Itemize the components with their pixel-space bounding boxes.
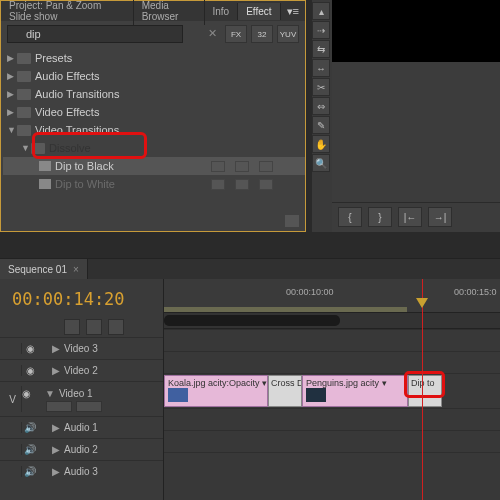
monitor-controls: { } |← →| (332, 62, 500, 232)
sequence-tabs: Sequence 01× (0, 259, 500, 279)
ruler-tick: 00:00:10:00 (286, 287, 334, 297)
program-monitor (318, 0, 500, 62)
eye-icon[interactable]: ◉ (22, 365, 38, 376)
tree-audio-effects[interactable]: ▶Audio Effects (3, 67, 305, 85)
sequence-tab[interactable]: Sequence 01× (0, 259, 88, 279)
hand-tool-icon[interactable]: ✋ (312, 135, 330, 153)
timeline-area[interactable]: 00:00:10:00 00:00:15:0 Koala.jpg acity:O… (164, 279, 500, 500)
track-opt-icon[interactable] (46, 401, 72, 412)
search-row: 🔍 ✕ FX 32 YUV (1, 21, 305, 47)
mark-out-button[interactable]: } (368, 207, 392, 227)
speaker-icon[interactable]: 🔊 (22, 466, 38, 477)
tool-palette: ▴ ⇢ ⇆ ↔ ✂ ⇔ ✎ ✋ 🔍 (312, 0, 332, 232)
track-select-tool-icon[interactable]: ⇢ (312, 21, 330, 39)
slip-tool-icon[interactable]: ⇔ (312, 97, 330, 115)
selection-tool-icon[interactable]: ▴ (312, 2, 330, 20)
clip-penguins[interactable]: Penguins.jpg acity ▾ (302, 375, 408, 407)
settings-icon[interactable] (108, 319, 124, 335)
sequence-tab-label: Sequence 01 (8, 264, 67, 275)
current-timecode[interactable]: 00:00:14:20 (0, 279, 163, 313)
track-label: Video 2 (64, 365, 98, 376)
speaker-icon[interactable]: 🔊 (22, 444, 38, 455)
tab-effects[interactable]: Effect (238, 3, 280, 20)
tab-info[interactable]: Info (205, 3, 239, 20)
effect-dip-to-white[interactable]: Dip to White (3, 175, 305, 193)
track-header-area: 00:00:14:20 ◉▶Video 3 ◉▶Video 2 V◉▼Video… (0, 279, 164, 500)
track-a2[interactable] (164, 430, 500, 452)
eye-icon[interactable]: ◉ (22, 343, 38, 354)
transition-cross-dissolve[interactable]: Cross D (268, 375, 302, 407)
clip-koala[interactable]: Koala.jpg acity:Opacity ▾ (164, 375, 268, 407)
transition-icon (39, 161, 51, 171)
clip-thumbnail (306, 388, 326, 402)
track-label: Audio 1 (64, 422, 98, 433)
bit-badge-icon (235, 179, 249, 190)
mark-in-button[interactable]: { (338, 207, 362, 227)
clip-label: Koala.jpg acity:Opacity ▾ (168, 378, 267, 388)
marker-icon[interactable] (86, 319, 102, 335)
tree-label: Video Effects (35, 106, 99, 118)
tree-video-effects[interactable]: ▶Video Effects (3, 103, 305, 121)
track-header-a3[interactable]: 🔊▶Audio 3 (0, 460, 163, 482)
rate-tool-icon[interactable]: ↔ (312, 59, 330, 77)
pen-tool-icon[interactable]: ✎ (312, 116, 330, 134)
yuv-badge-icon (259, 179, 273, 190)
transition-icon (39, 179, 51, 189)
clip-thumbnail (168, 388, 188, 402)
source-patch-v[interactable]: V (4, 386, 22, 412)
go-prev-button[interactable]: |← (398, 207, 422, 227)
razor-tool-icon[interactable]: ✂ (312, 78, 330, 96)
32bit-button[interactable]: 32 (251, 25, 273, 43)
zoom-scroll-bar[interactable] (164, 313, 500, 329)
panel-menu-icon[interactable]: ▾≡ (281, 5, 305, 18)
tree-label: Presets (35, 52, 72, 64)
effects-panel: Project: Pan & Zoom Slide show Media Bro… (0, 0, 306, 232)
track-v1[interactable]: Koala.jpg acity:Opacity ▾ Cross D Pengui… (164, 373, 500, 408)
track-header-v2[interactable]: ◉▶Video 2 (0, 359, 163, 381)
tree-label: Audio Effects (35, 70, 100, 82)
tree-label: Audio Transitions (35, 88, 119, 100)
ripple-tool-icon[interactable]: ⇆ (312, 40, 330, 58)
accel-fx-button[interactable]: FX (225, 25, 247, 43)
tree-audio-transitions[interactable]: ▶Audio Transitions (3, 85, 305, 103)
track-header-v3[interactable]: ◉▶Video 3 (0, 337, 163, 359)
track-header-a2[interactable]: 🔊▶Audio 2 (0, 438, 163, 460)
zoom-tool-icon[interactable]: 🔍 (312, 154, 330, 172)
work-area-bar[interactable] (164, 307, 407, 312)
new-bin-icon[interactable] (285, 215, 299, 227)
track-v3[interactable] (164, 329, 500, 351)
accel-badge-icon (211, 179, 225, 190)
timeline-panel: Sequence 01× 00:00:14:20 ◉▶Video 3 ◉▶Vid… (0, 258, 500, 500)
yuv-button[interactable]: YUV (277, 25, 299, 43)
track-v2[interactable] (164, 351, 500, 373)
go-next-button[interactable]: →| (428, 207, 452, 227)
track-label: Video 3 (64, 343, 98, 354)
panel-tabs: Project: Pan & Zoom Slide show Media Bro… (1, 1, 305, 21)
clip-label: Penguins.jpg acity ▾ (306, 378, 387, 388)
tab-media[interactable]: Media Browser (134, 0, 205, 25)
track-header-v1[interactable]: V◉▼Video 1 (0, 381, 163, 416)
effects-search-input[interactable] (7, 25, 183, 43)
effect-dip-to-black[interactable]: Dip to Black (3, 157, 305, 175)
snap-icon[interactable] (64, 319, 80, 335)
track-a3[interactable] (164, 452, 500, 474)
close-icon[interactable]: × (73, 264, 79, 275)
playhead[interactable] (422, 279, 423, 500)
tree-presets[interactable]: ▶Presets (3, 49, 305, 67)
yuv-badge-icon (259, 161, 273, 172)
eye-icon[interactable]: ◉ (22, 388, 31, 399)
time-ruler[interactable]: 00:00:10:00 00:00:15:0 (164, 279, 500, 313)
track-header-a1[interactable]: 🔊▶Audio 1 (0, 416, 163, 438)
track-label: Video 1 (59, 388, 93, 399)
zoom-handle[interactable] (164, 315, 340, 326)
clear-search-icon[interactable]: ✕ (208, 27, 217, 40)
track-label: Audio 3 (64, 466, 98, 477)
track-a1[interactable] (164, 408, 500, 430)
track-opt-icon[interactable] (76, 401, 102, 412)
highlight-annotation (404, 371, 445, 398)
accel-badge-icon (211, 161, 225, 172)
speaker-icon[interactable]: 🔊 (22, 422, 38, 433)
tab-project[interactable]: Project: Pan & Zoom Slide show (1, 0, 134, 25)
bit-badge-icon (235, 161, 249, 172)
track-label: Audio 2 (64, 444, 98, 455)
